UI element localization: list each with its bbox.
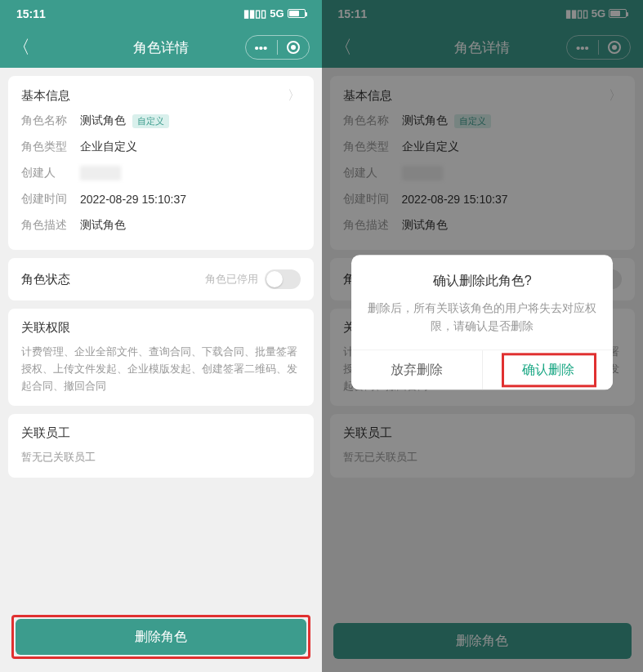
content: 基本信息 〉 角色名称 测试角色 自定义 角色类型 企业自定义 创建人 创建时间… [0, 68, 322, 605]
row-type: 角色类型 企业自定义 [21, 134, 301, 160]
menu-icon[interactable]: ••• [246, 35, 277, 60]
dialog-actions: 放弃删除 确认删除 [351, 350, 613, 390]
dialog-confirm-button[interactable]: 确认删除 [483, 351, 614, 390]
back-icon[interactable]: 〈 [12, 35, 30, 60]
basic-info-card: 基本信息 〉 角色名称 测试角色 自定义 角色类型 企业自定义 创建人 创建时间… [8, 76, 314, 250]
basic-info-title: 基本信息 [21, 88, 70, 104]
created-value: 2022-08-29 15:10:37 [80, 193, 186, 206]
status-disabled-text: 角色已停用 [205, 272, 258, 287]
confirm-dialog: 确认删除此角色? 删除后，所有关联该角色的用户将失去对应权限，请确认是否删除 放… [351, 255, 613, 389]
signal-icon: ▮▮▯▯ [243, 7, 266, 20]
status-label: 角色状态 [21, 272, 70, 287]
dialog-title: 确认删除此角色? [368, 273, 596, 290]
chevron-right-icon: 〉 [288, 87, 301, 105]
name-label: 角色名称 [21, 113, 80, 128]
battery-icon [288, 9, 306, 18]
row-created: 创建时间 2022-08-29 15:10:37 [21, 186, 301, 212]
nav-title: 角色详情 [133, 38, 189, 57]
staff-card: 关联员工 暂无已关联员工 [8, 414, 314, 478]
desc-value: 测试角色 [80, 218, 126, 233]
perms-card: 关联权限 计费管理、企业全部文件、查询合同、下载合同、批量签署授权、上传文件发起… [8, 309, 314, 406]
row-name: 角色名称 测试角色 自定义 [21, 108, 301, 134]
staff-title: 关联员工 [21, 425, 301, 441]
created-label: 创建时间 [21, 192, 80, 207]
status-time: 15:11 [16, 7, 46, 20]
perms-title: 关联权限 [21, 320, 301, 336]
creator-label: 创建人 [21, 166, 80, 180]
phone-right: 15:11 ▮▮▯▯ 5G 〈 角色详情 ••• 基本信息 〉 角色名称测试角色… [322, 0, 644, 672]
dialog-message: 删除后，所有关联该角色的用户将失去对应权限，请确认是否删除 [368, 300, 596, 335]
type-value: 企业自定义 [80, 140, 137, 154]
dialog-cancel-button[interactable]: 放弃删除 [351, 351, 483, 390]
close-icon[interactable] [278, 35, 309, 60]
basic-info-header[interactable]: 基本信息 〉 [21, 87, 301, 105]
nav-bar: 〈 角色详情 ••• [0, 27, 322, 68]
highlight-delete-button: 删除角色 [11, 615, 310, 659]
status-right: ▮▮▯▯ 5G [243, 7, 305, 20]
creator-redacted [80, 166, 121, 180]
status-card: 角色状态 角色已停用 [8, 258, 314, 300]
desc-label: 角色描述 [21, 218, 80, 233]
status-bar: 15:11 ▮▮▯▯ 5G [0, 0, 322, 27]
phone-left: 15:11 ▮▮▯▯ 5G 〈 角色详情 ••• 基本信息 〉 角色名称 测试角… [0, 0, 322, 672]
name-value: 测试角色 [80, 113, 126, 128]
staff-text: 暂无已关联员工 [21, 449, 301, 466]
row-creator: 创建人 [21, 160, 301, 186]
bottom-bar: 删除角色 [0, 605, 322, 672]
network-label: 5G [270, 7, 284, 20]
type-label: 角色类型 [21, 140, 80, 154]
custom-badge: 自定义 [132, 114, 169, 128]
row-desc: 角色描述 测试角色 [21, 212, 301, 238]
perms-text: 计费管理、企业全部文件、查询合同、下载合同、批量签署授权、上传文件发起、企业模版… [21, 344, 301, 394]
miniprogram-capsule: ••• [245, 35, 310, 60]
status-toggle[interactable] [265, 269, 301, 289]
delete-role-button[interactable]: 删除角色 [16, 619, 306, 655]
